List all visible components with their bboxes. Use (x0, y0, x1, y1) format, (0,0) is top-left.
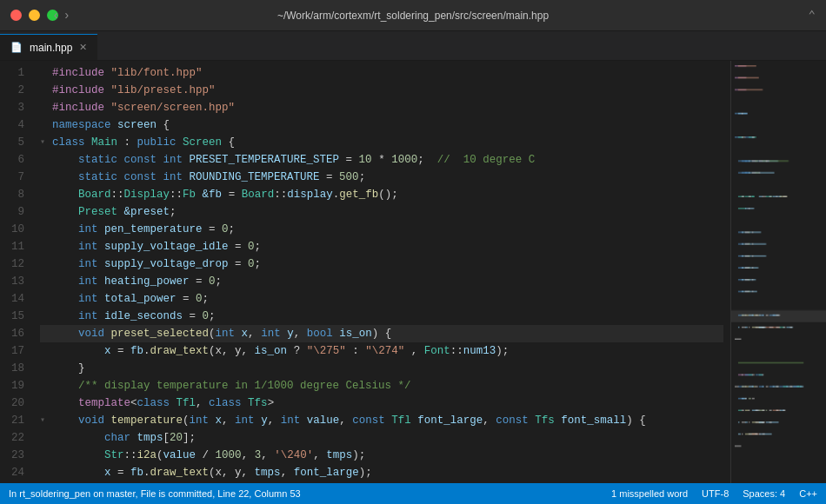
token: ]; (183, 429, 196, 447)
code-line: template<class Tfl, class Tfs> (40, 395, 723, 412)
token: char (104, 429, 137, 447)
token: Tfl (177, 395, 197, 412)
spell-check[interactable]: 1 misspelled word (611, 488, 688, 499)
fold-arrow-icon[interactable]: ▾ (40, 134, 52, 151)
token: (x, y, (209, 464, 255, 481)
token: , (261, 447, 274, 464)
code-line: #include "lib/preset.hpp" (40, 82, 723, 99)
close-button[interactable] (10, 10, 22, 21)
token: 0 (203, 308, 210, 325)
token: int (163, 151, 190, 169)
code-line: int idle_seconds = 0; (40, 308, 723, 325)
token: int (281, 412, 307, 429)
token: template (78, 395, 130, 412)
token: . (143, 464, 150, 481)
token: :: (124, 447, 137, 464)
line-number: 18 (0, 360, 24, 377)
line-number: 10 (0, 221, 24, 238)
token: x (104, 464, 111, 481)
token: = (203, 221, 223, 238)
token: "\274" (365, 342, 404, 360)
code-content[interactable]: #include "lib/font.hpp"#include "lib/pre… (33, 61, 730, 483)
token: = (222, 186, 242, 203)
token: 500 (339, 169, 359, 186)
minimap-toggle[interactable]: ⌃ (809, 8, 816, 23)
line-number: 24 (0, 464, 24, 481)
token: void (78, 412, 111, 429)
token: idle_seconds (104, 308, 183, 325)
spaces[interactable]: Spaces: 4 (743, 488, 785, 499)
token: heating_power (104, 273, 190, 290)
token: ); (352, 481, 365, 483)
line-numbers: 1234567891011121314151617181920212223242… (0, 61, 33, 483)
line-number: 7 (0, 169, 24, 186)
token: // 10 degree C (437, 151, 536, 169)
token: is_on (339, 325, 372, 342)
token: font_large (294, 464, 359, 481)
token: * (372, 151, 392, 169)
nav-arrows[interactable]: ‹ › (52, 9, 70, 23)
code-line: char tmps[20]; (40, 429, 723, 447)
fold-arrow-icon[interactable]: ▾ (40, 412, 52, 429)
token: screen (117, 116, 163, 134)
token: supply_voltage_drop (104, 255, 229, 273)
token: = (177, 290, 197, 308)
token: , (196, 395, 209, 412)
token: { (222, 134, 235, 151)
token: const (496, 412, 535, 429)
token: 0 (196, 290, 203, 308)
token: pen_temperature (104, 221, 203, 238)
forward-icon[interactable]: › (63, 9, 70, 23)
token: 0 (248, 255, 255, 273)
tab-main-hpp[interactable]: 📄 main.hpp ✕ (0, 34, 97, 60)
code-line: static const int PRESET_TEMPERATURE_STEP… (40, 151, 723, 169)
token: draw_text (150, 342, 210, 360)
token: Tfs (248, 395, 268, 412)
token: , (274, 481, 287, 483)
token: [ (163, 429, 170, 447)
file-path: ~/Work/arm/cortexm/rt_soldering_pen/src/… (277, 10, 549, 22)
token: is_on (255, 342, 288, 360)
token: ; (170, 203, 177, 221)
token: &fb (203, 186, 223, 203)
token: i2a (137, 447, 157, 464)
token: #include (52, 82, 111, 99)
token: 10 (359, 151, 372, 169)
token: Str (104, 447, 124, 464)
token: ; (255, 238, 262, 255)
language[interactable]: C++ (799, 488, 817, 499)
token: ; (255, 255, 262, 273)
git-status[interactable]: In rt_soldering_pen on master, File is c… (9, 488, 301, 499)
token: value (163, 447, 197, 464)
minimize-button[interactable] (29, 10, 40, 21)
token: int (216, 325, 242, 342)
token: Preset (78, 203, 117, 221)
token: > (268, 395, 275, 412)
token: < (130, 395, 137, 412)
token: = (229, 255, 249, 273)
line-number: 16 (0, 325, 24, 342)
code-line: Board::Display::Fb &fb = Board::display.… (40, 186, 723, 203)
token: 0 (209, 273, 216, 290)
editor[interactable]: 1234567891011121314151617181920212223242… (0, 61, 730, 483)
token (52, 481, 104, 483)
token: , (222, 412, 235, 429)
encoding[interactable]: UTF-8 (702, 488, 729, 499)
statusbar-right: 1 misspelled word UTF-8 Spaces: 4 C++ (611, 488, 817, 499)
token: Main (91, 134, 117, 151)
code-line: int total_power = 0; (40, 290, 723, 308)
token: fb (130, 342, 143, 360)
tab-close-button[interactable]: ✕ (79, 42, 87, 53)
token: ) { (626, 412, 646, 429)
code-line: } (40, 360, 723, 377)
back-icon[interactable]: ‹ (52, 9, 59, 23)
token: tmps (255, 464, 281, 481)
token: get_fb (339, 186, 378, 203)
token: bool (307, 325, 340, 342)
token: Fb (183, 186, 196, 203)
token: int (78, 273, 104, 290)
token: class (52, 134, 91, 151)
token: namespace (52, 116, 117, 134)
tabbar: 📄 main.hpp ✕ (0, 31, 826, 61)
token: &preset (124, 203, 170, 221)
